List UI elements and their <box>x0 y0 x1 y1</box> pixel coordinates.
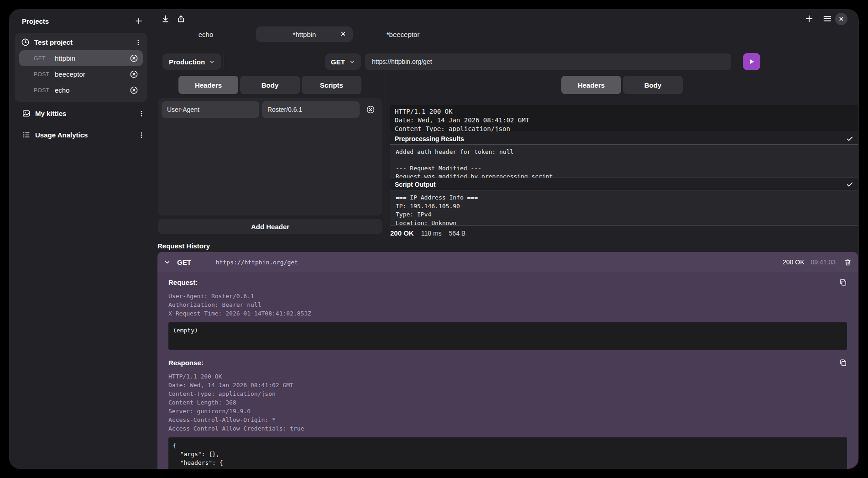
main-area: echo *httpbin *beeceptor Production GET … <box>151 9 859 469</box>
tab-label: Body <box>644 81 662 89</box>
history-entry-header[interactable]: GET https://httpbin.org/get 200 OK 09:41… <box>157 252 858 272</box>
clock-icon <box>21 38 30 47</box>
preprocessing-results-bar[interactable]: Preprocessing Results <box>390 133 858 144</box>
circle-x-icon <box>130 54 138 63</box>
remove-request-button[interactable] <box>130 70 138 79</box>
method-label: GET <box>34 55 55 62</box>
status-code: 200 OK <box>390 229 414 237</box>
kebab-icon <box>138 131 145 139</box>
delete-history-button[interactable] <box>844 258 852 266</box>
collection-name: My kitties <box>35 110 133 117</box>
trash-icon <box>844 258 852 266</box>
copy-icon <box>839 359 847 367</box>
close-window-button[interactable] <box>835 13 847 25</box>
sidebar-request-httpbin[interactable]: GET httpbin <box>19 50 143 66</box>
method-select[interactable]: GET <box>325 53 361 70</box>
remove-request-button[interactable] <box>130 54 138 63</box>
copy-request-button[interactable] <box>839 278 847 286</box>
sidebar-item-my-kitties[interactable]: My kitties <box>9 104 151 123</box>
collection-name: Usage Analytics <box>35 131 133 139</box>
script-output-text: === IP Address Info === IP: 195.146.105.… <box>396 194 852 226</box>
sidebar-item-usage-analytics[interactable]: Usage Analytics <box>9 125 151 145</box>
header-value-input[interactable] <box>262 101 360 118</box>
response-tabs: Headers Body <box>561 76 683 94</box>
method-label: POST <box>34 87 55 94</box>
preprocessing-output: Added auth header for token: null --- Re… <box>390 144 858 178</box>
tab-request-scripts[interactable]: Scripts <box>302 76 361 94</box>
kebab-icon <box>135 39 142 46</box>
add-header-button[interactable]: Add Header <box>158 219 382 234</box>
preprocessing-text: Added auth header for token: null --- Re… <box>396 148 852 178</box>
history-entry-body: Request: User-Agent: Roster/0.6.1 Author… <box>157 272 858 469</box>
project-name: Test project <box>34 38 130 46</box>
plus-icon <box>804 14 814 24</box>
chevron-down-icon <box>164 259 171 266</box>
send-request-button[interactable] <box>743 53 760 70</box>
history-response-body: { "args": {}, "headers": { <box>168 437 847 469</box>
project-menu-button[interactable] <box>135 39 142 46</box>
check-icon <box>846 181 853 188</box>
project-group-header[interactable]: Test project <box>15 33 147 50</box>
copy-icon <box>839 278 847 286</box>
tab-request-body[interactable]: Body <box>240 76 300 94</box>
tab-echo[interactable]: echo <box>157 26 254 42</box>
chevron-down-icon <box>349 59 355 65</box>
export-button[interactable] <box>176 14 186 24</box>
response-body-text: { "args": {}, "headers": { <box>173 441 842 467</box>
history-entry: GET https://httpbin.org/get 200 OK 09:41… <box>157 252 858 469</box>
method-label: GET <box>331 58 345 66</box>
new-tab-button[interactable] <box>804 14 814 24</box>
list-icon <box>22 131 31 139</box>
request-tabs: Headers Body Scripts <box>178 76 361 94</box>
hamburger-icon <box>822 14 832 24</box>
url-input[interactable] <box>365 53 731 70</box>
remove-request-button[interactable] <box>130 86 138 95</box>
divider <box>224 53 224 70</box>
menu-button[interactable] <box>822 14 832 24</box>
tab-httpbin[interactable]: *httpbin <box>256 26 353 42</box>
tab-response-headers[interactable]: Headers <box>561 76 621 94</box>
check-icon <box>846 135 853 142</box>
script-output: === IP Address Info === IP: 195.146.105.… <box>390 190 858 226</box>
close-tab-button[interactable] <box>340 31 346 37</box>
sidebar-request-beeceptor[interactable]: POST beeceptor <box>19 66 143 82</box>
button-label: Add Header <box>251 223 289 231</box>
download-icon <box>161 14 170 24</box>
section-title: Preprocessing Results <box>395 135 464 142</box>
app-window: Projects Test project GET httpbin <box>9 9 859 469</box>
projects-title: Projects <box>22 17 49 25</box>
section-title: Script Output <box>395 181 435 188</box>
history-method: GET <box>177 258 191 266</box>
tab-label: Body <box>261 81 279 89</box>
copy-response-button[interactable] <box>839 359 847 367</box>
sidebar-request-echo[interactable]: POST echo <box>19 82 143 98</box>
collection-menu-button[interactable] <box>138 131 145 139</box>
sidebar: Projects Test project GET httpbin <box>9 9 151 469</box>
remove-header-button[interactable] <box>366 105 375 114</box>
kebab-icon <box>138 110 145 117</box>
close-icon <box>340 31 346 37</box>
plus-icon <box>134 16 143 26</box>
tab-label: Headers <box>195 81 222 89</box>
tab-request-headers[interactable]: Headers <box>178 76 238 94</box>
collection-menu-button[interactable] <box>138 110 145 117</box>
response-section-label: Response: <box>168 359 204 367</box>
header-key-input[interactable] <box>162 101 259 118</box>
environment-select[interactable]: Production <box>162 53 221 70</box>
response-headers-text: HTTP/1.1 200 OK Date: Wed, 14 Jan 2026 0… <box>395 107 853 131</box>
history-response-headers: HTTP/1.1 200 OK Date: Wed, 14 Jan 2026 0… <box>168 372 847 433</box>
tab-beeceptor[interactable]: *beeceptor <box>355 26 451 42</box>
tab-label: Scripts <box>320 81 343 89</box>
header-row <box>162 101 379 118</box>
history-status: 200 OK <box>783 258 804 266</box>
panel-divider <box>386 68 386 240</box>
request-history-title: Request History <box>157 242 210 250</box>
script-output-bar[interactable]: Script Output <box>390 179 858 190</box>
circle-x-icon <box>130 70 138 79</box>
request-name: echo <box>55 86 130 94</box>
tab-response-body[interactable]: Body <box>623 76 683 94</box>
add-project-button[interactable] <box>134 16 143 26</box>
import-button[interactable] <box>161 14 170 24</box>
history-request-body: (empty) <box>168 322 847 350</box>
response-status-row: 200 OK 118 ms 564 B <box>390 229 465 237</box>
